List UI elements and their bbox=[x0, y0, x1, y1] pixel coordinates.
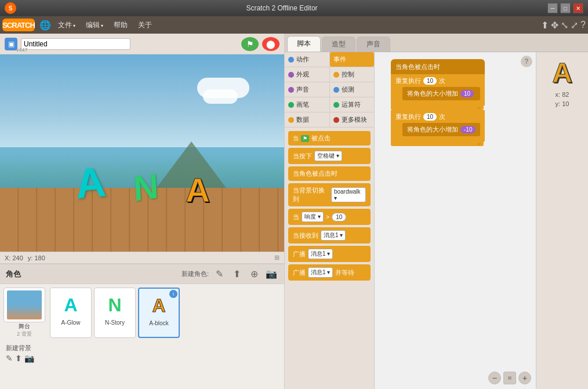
project-title-input[interactable] bbox=[21, 38, 130, 50]
expand-button[interactable]: ⊞ bbox=[274, 254, 280, 261]
zoom-in-button[interactable]: + bbox=[518, 372, 531, 384]
new-bg-camera-icon[interactable]: 📷 bbox=[24, 354, 34, 363]
window-controls: ─ □ ✕ bbox=[547, 3, 583, 13]
sprites-title: 角色 bbox=[6, 269, 21, 279]
block-when-backdrop[interactable]: 当背景切换到 boardwalk ▾ bbox=[288, 183, 371, 206]
broadcast-wait-label: 广播 bbox=[293, 268, 306, 277]
ws-sprite-clicked-label: 当角色被点击时 bbox=[395, 63, 440, 71]
ws-block-repeat-2[interactable]: 重复执行 10 次 将角色的大小增加 -10 bbox=[391, 110, 485, 141]
preview-sprite-letter: A bbox=[552, 57, 572, 89]
ws-block-sprite-clicked[interactable]: 当角色被点击时 bbox=[391, 59, 485, 74]
ws-block-size-increase[interactable]: 将角色的大小增加 10 bbox=[402, 87, 480, 100]
block-when-sprite-clicked[interactable]: 当角色被点击时 bbox=[288, 166, 371, 181]
when-flag-text: 当 bbox=[293, 134, 299, 143]
block-cat-row-4: 画笔 运算符 bbox=[285, 97, 374, 112]
new-sprite-camera-btn[interactable]: 📷 bbox=[264, 267, 278, 281]
cat-sound[interactable]: 声音 bbox=[285, 82, 330, 97]
sprite-info-badge[interactable]: i bbox=[169, 290, 177, 298]
block-palette: 动作 事件 外观 控制 bbox=[285, 52, 375, 389]
stage-canvas: A N A bbox=[0, 54, 284, 252]
sprite-thumb-a-block[interactable]: i A A-block bbox=[138, 288, 180, 338]
block-broadcast-wait[interactable]: 广播 消息1 ▾ 并等待 bbox=[288, 264, 371, 281]
stage-thumbnail[interactable] bbox=[3, 288, 45, 322]
sprite-a-block[interactable]: A bbox=[186, 170, 210, 209]
broadcast-wait-msg-dropdown[interactable]: 消息1 ▾ bbox=[308, 267, 333, 278]
block-when-loud[interactable]: 当 响度 ▾ > 10 bbox=[288, 209, 371, 225]
upload-icon[interactable]: ⬆ bbox=[541, 20, 549, 31]
zoom-out-button[interactable]: − bbox=[488, 372, 501, 384]
when-key-label: 当按下 bbox=[293, 152, 312, 161]
move-icon[interactable]: ✥ bbox=[551, 20, 558, 31]
minimize-button[interactable]: ─ bbox=[547, 3, 558, 13]
cat-operators-dot bbox=[333, 102, 339, 108]
new-sprite-upload-btn[interactable]: ⬆ bbox=[230, 267, 244, 281]
coord-y: y: 180 bbox=[28, 255, 45, 261]
menu-edit[interactable]: 编辑▾ bbox=[81, 19, 108, 31]
block-cat-row-2: 外观 控制 bbox=[285, 67, 374, 82]
coord-x: X: 240 bbox=[5, 255, 23, 261]
sprite-a-glow[interactable]: A bbox=[74, 158, 108, 208]
block-when-flag[interactable]: 当 ⚑ 被点击 bbox=[288, 131, 371, 146]
repeat-1-suffix: 次 bbox=[439, 77, 445, 85]
menu-file[interactable]: 文件▾ bbox=[53, 19, 80, 31]
shrink-icon[interactable]: ⤢ bbox=[571, 20, 578, 31]
key-dropdown[interactable]: 空格键 ▾ bbox=[314, 151, 342, 161]
loop-end-2: ↵ bbox=[391, 141, 484, 146]
stop-button[interactable]: ⬤ bbox=[262, 37, 280, 51]
sprites-header: 角色 新建角色: ✎ ⬆ ⊕ 📷 bbox=[0, 264, 284, 284]
sprites-list: 舞台 2 背景 A A-Glow N N-Story i A A-blo bbox=[0, 284, 284, 341]
block-when-key[interactable]: 当按下 空格键 ▾ bbox=[288, 148, 371, 164]
zoom-fit-button[interactable]: = bbox=[503, 372, 516, 384]
main-area: ▣ v447 ⚑ ⬤ A N A X: 240 y: 180 ⊞ bbox=[0, 34, 588, 389]
ws-block-size-decrease[interactable]: 将角色的大小增加 -10 bbox=[402, 123, 480, 136]
tab-sounds[interactable]: 声音 bbox=[357, 37, 390, 52]
window-title: Scratch 2 Offline Editor bbox=[16, 4, 547, 12]
when-msg-label: 当接收到 bbox=[293, 231, 318, 240]
cat-pen[interactable]: 画笔 bbox=[285, 97, 330, 112]
green-flag-button[interactable]: ⚑ bbox=[241, 37, 259, 51]
expand-icon[interactable]: ⤡ bbox=[561, 20, 568, 31]
cat-events-label: 事件 bbox=[333, 55, 346, 64]
tab-scripts[interactable]: 脚本 bbox=[287, 36, 321, 52]
cat-sensing[interactable]: 侦测 bbox=[330, 82, 375, 97]
repeat-2-count[interactable]: 10 bbox=[423, 113, 437, 121]
cat-more-blocks[interactable]: 更多模块 bbox=[330, 112, 375, 127]
block-when-message[interactable]: 当接收到 消息1 ▾ bbox=[288, 227, 371, 243]
message-dropdown-1[interactable]: 消息1 ▾ bbox=[321, 230, 346, 241]
block-broadcast[interactable]: 广播 消息1 ▾ bbox=[288, 246, 371, 262]
help-icon[interactable]: ? bbox=[580, 20, 586, 30]
broadcast-msg-dropdown[interactable]: 消息1 ▾ bbox=[308, 249, 333, 259]
stage-thumb-label: 舞台 bbox=[19, 322, 30, 330]
menu-about[interactable]: 关于 bbox=[133, 19, 157, 31]
cat-operators[interactable]: 运算符 bbox=[330, 97, 375, 112]
new-bg-paint-icon[interactable]: ✎ bbox=[6, 354, 13, 363]
help-button[interactable]: ? bbox=[521, 56, 532, 67]
loud-threshold[interactable]: 10 bbox=[332, 213, 346, 221]
new-sprite-paint-btn[interactable]: ✎ bbox=[212, 267, 226, 281]
menu-help[interactable]: 帮助 bbox=[109, 19, 132, 31]
repeat-1-count[interactable]: 10 bbox=[423, 77, 437, 85]
globe-icon[interactable]: 🌐 bbox=[38, 18, 52, 32]
cat-motion-label: 动作 bbox=[296, 55, 309, 64]
new-bg-area: 新建背景 ✎ ⬆ 📷 bbox=[0, 341, 284, 365]
when-sprite-clicked-label: 当角色被点击时 bbox=[293, 169, 337, 178]
sprite-thumb-n-story[interactable]: N N-Story bbox=[94, 288, 136, 338]
cat-control[interactable]: 控制 bbox=[330, 67, 375, 82]
cat-looks[interactable]: 外观 bbox=[285, 67, 330, 82]
cat-data[interactable]: 数据 bbox=[285, 112, 330, 127]
cat-motion[interactable]: 动作 bbox=[285, 52, 330, 67]
cat-events[interactable]: 事件 bbox=[330, 52, 375, 67]
sprite-n-story[interactable]: N bbox=[132, 166, 159, 209]
new-bg-upload-icon[interactable]: ⬆ bbox=[15, 354, 22, 363]
backdrop-dropdown[interactable]: boardwalk ▾ bbox=[331, 187, 366, 202]
new-sprite-surprise-btn[interactable]: ⊕ bbox=[247, 267, 261, 281]
ws-block-repeat-1[interactable]: 重复执行 10 次 将角色的大小增加 10 bbox=[391, 74, 485, 106]
close-button[interactable]: ✕ bbox=[573, 3, 583, 13]
loud-dropdown[interactable]: 响度 ▾ bbox=[302, 212, 324, 222]
new-sprite-label: 新建角色: bbox=[182, 270, 209, 278]
block-cat-row-5: 数据 更多模块 bbox=[285, 112, 374, 128]
tab-costumes[interactable]: 造型 bbox=[322, 37, 355, 52]
stage-icon: ▣ bbox=[5, 38, 17, 50]
sprite-thumb-a-glow[interactable]: A A-Glow bbox=[50, 288, 92, 338]
maximize-button[interactable]: □ bbox=[560, 3, 571, 13]
